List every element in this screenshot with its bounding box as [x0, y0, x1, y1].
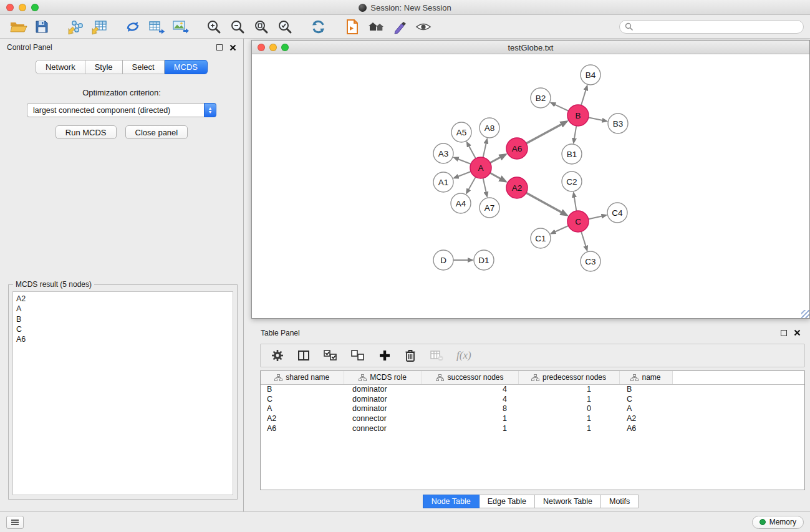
export-network-icon: [124, 19, 142, 35]
status-menu-button[interactable]: [6, 516, 24, 529]
tab-node-table[interactable]: Node Table: [423, 495, 480, 508]
zoom-in-button[interactable]: [202, 17, 226, 37]
optimization-criterion-select[interactable]: largest connected component (directed) ▲…: [27, 103, 216, 117]
column-header-name[interactable]: name: [619, 371, 672, 384]
open-session-button[interactable]: [6, 17, 30, 37]
mcds-result-item[interactable]: A: [16, 304, 229, 314]
table-cell[interactable]: A2: [619, 414, 672, 423]
table-cell[interactable]: 1: [422, 414, 518, 423]
zoom-fit-button[interactable]: [249, 17, 273, 37]
select-all-button[interactable]: [323, 346, 338, 365]
table-cell[interactable]: A6: [619, 423, 672, 433]
zoom-selected-button[interactable]: [273, 17, 297, 37]
tab-edge-table[interactable]: Edge Table: [480, 495, 535, 508]
close-table-panel-icon[interactable]: [794, 329, 801, 336]
mcds-result-item[interactable]: A2: [16, 294, 229, 304]
table-cell[interactable]: dominator: [344, 394, 422, 404]
function-builder-button[interactable]: f(x): [456, 346, 471, 365]
window-resize-grip[interactable]: [801, 310, 809, 318]
table-cell[interactable]: 1: [518, 414, 619, 423]
window-titlebar: Session: New Session: [0, 0, 810, 15]
export-network-button[interactable]: [121, 17, 145, 37]
mcds-result-item[interactable]: A6: [16, 334, 229, 344]
first-neighbors-button[interactable]: [364, 17, 388, 37]
network-canvas[interactable]: B4B2BB3A5A8A6A3B1AA1C2A2A4A7C4CC1C3DD1: [252, 54, 809, 318]
table-cell[interactable]: dominator: [344, 404, 422, 414]
tab-mcds[interactable]: MCDS: [165, 60, 208, 74]
column-header-predecessor-nodes[interactable]: predecessor nodes: [518, 371, 619, 384]
column-header-shared-name[interactable]: shared name: [261, 371, 344, 384]
import-network-button[interactable]: [64, 17, 87, 37]
table-row[interactable]: A dominator 8 0 A: [261, 404, 804, 414]
network-window-titlebar[interactable]: testGlobe.txt: [252, 41, 809, 54]
tab-motifs[interactable]: Motifs: [601, 495, 639, 508]
export-table-button[interactable]: [145, 17, 168, 37]
memory-button[interactable]: Memory: [752, 516, 804, 529]
houses-icon: [367, 19, 385, 35]
graph-node-label: B2: [536, 94, 546, 103]
float-table-panel-icon[interactable]: [781, 330, 787, 336]
import-table-icon: [90, 18, 108, 36]
annotation-button[interactable]: [388, 17, 412, 37]
graph-node-label: B4: [586, 70, 596, 80]
table-row[interactable]: C dominator 4 1 C: [261, 394, 804, 404]
mcds-result-groupbox: MCDS result (5 nodes) A2 A B C A6: [8, 284, 238, 500]
deselect-all-button[interactable]: [350, 346, 365, 365]
search-box[interactable]: [619, 20, 804, 34]
table-cell[interactable]: connector: [344, 423, 422, 433]
table-cell[interactable]: 4: [422, 384, 518, 394]
table-cell[interactable]: 1: [518, 423, 619, 433]
table-row[interactable]: B dominator 4 1 B: [261, 384, 804, 394]
zoom-out-button[interactable]: [226, 17, 249, 37]
column-type-icon: [630, 374, 639, 381]
show-details-button[interactable]: [412, 17, 435, 37]
table-cell[interactable]: 8: [422, 404, 518, 414]
close-panel-icon[interactable]: [229, 44, 236, 51]
mcds-result-item[interactable]: B: [16, 314, 229, 324]
network-graph[interactable]: B4B2BB3A5A8A6A3B1AA1C2A2A4A7C4CC1C3DD1: [252, 54, 809, 318]
table-cell[interactable]: A2: [261, 414, 344, 423]
run-mcds-button[interactable]: Run MCDS: [55, 125, 117, 139]
export-image-button[interactable]: [168, 17, 192, 37]
graph-node-label: A5: [456, 128, 467, 137]
show-columns-button[interactable]: [297, 346, 311, 365]
node-table[interactable]: shared name MCDS role successor nodes pr…: [260, 370, 805, 490]
tab-style[interactable]: Style: [85, 60, 123, 74]
close-panel-button[interactable]: Close panel: [125, 125, 188, 139]
float-panel-icon[interactable]: [216, 44, 223, 51]
table-cell[interactable]: B: [261, 384, 344, 394]
column-settings-button[interactable]: [271, 346, 284, 365]
tab-network[interactable]: Network: [36, 60, 85, 74]
table-cell[interactable]: 1: [518, 384, 619, 394]
table-cell[interactable]: connector: [344, 414, 422, 423]
window-title-area: Session: New Session: [0, 0, 810, 15]
table-cell[interactable]: dominator: [344, 384, 422, 394]
import-table-button[interactable]: [87, 17, 111, 37]
column-header-successor-nodes[interactable]: successor nodes: [422, 371, 518, 384]
table-cell[interactable]: A: [619, 404, 672, 414]
delete-rows-button[interactable]: [404, 346, 417, 365]
column-header-mcds-role[interactable]: MCDS role: [344, 371, 422, 384]
table-cell[interactable]: C: [261, 394, 344, 404]
table-row[interactable]: A2 connector 1 1 A2: [261, 414, 804, 423]
table-row[interactable]: A6 connector 1 1 A6: [261, 423, 804, 433]
graph-node-label: A7: [485, 203, 495, 213]
table-cell[interactable]: 4: [422, 394, 518, 404]
table-cell[interactable]: 1: [422, 423, 518, 433]
mcds-result-item[interactable]: C: [16, 324, 229, 334]
table-cell[interactable]: 1: [518, 394, 619, 404]
table-cell[interactable]: B: [619, 384, 672, 394]
apply-layout-button[interactable]: [307, 17, 330, 37]
export-document-button[interactable]: [340, 17, 364, 37]
select-all-icon: [323, 349, 338, 362]
add-row-button[interactable]: [378, 346, 392, 365]
table-cell[interactable]: A: [261, 404, 344, 414]
tab-select[interactable]: Select: [123, 60, 165, 74]
save-session-button[interactable]: [30, 17, 54, 37]
table-cell[interactable]: 0: [518, 404, 619, 414]
table-cell[interactable]: C: [619, 394, 672, 404]
table-cell[interactable]: A6: [261, 423, 344, 433]
search-input[interactable]: [636, 22, 798, 31]
mcds-result-list[interactable]: A2 A B C A6: [12, 291, 233, 495]
tab-network-table[interactable]: Network Table: [535, 495, 601, 508]
